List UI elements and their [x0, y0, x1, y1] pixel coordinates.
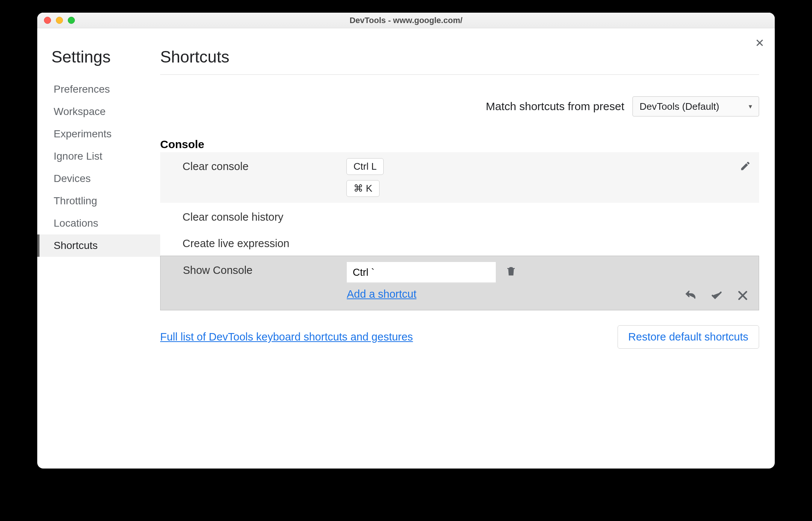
chevron-down-icon: ▾: [749, 102, 752, 111]
page-title: Shortcuts: [160, 48, 759, 75]
close-icon[interactable]: ✕: [755, 36, 764, 49]
sidebar-heading: Settings: [37, 48, 160, 78]
edit-actions: [684, 289, 749, 303]
pencil-icon[interactable]: [740, 158, 751, 173]
sidebar-item-locations[interactable]: Locations: [37, 212, 160, 234]
sidebar-item-throttling[interactable]: Throttling: [37, 190, 160, 212]
settings-sidebar: Settings Preferences Workspace Experimen…: [37, 28, 160, 469]
sidebar-item-preferences[interactable]: Preferences: [37, 78, 160, 100]
shortcut-keys: Ctrl L ⌘ K: [346, 158, 384, 197]
footer: Full list of DevTools keyboard shortcuts…: [160, 310, 759, 349]
shortcut-row-clear-history: Clear console history: [160, 203, 759, 229]
checkmark-icon[interactable]: [710, 289, 723, 303]
settings-body: ✕ Settings Preferences Workspace Experim…: [37, 28, 775, 469]
restore-defaults-button[interactable]: Restore default shortcuts: [618, 325, 759, 349]
shortcut-label: Show Console: [183, 262, 347, 277]
key-badge: ⌘ K: [346, 180, 380, 197]
preset-label: Match shortcuts from preset: [486, 100, 624, 113]
shortcut-input[interactable]: [347, 262, 496, 283]
key-badge: Ctrl L: [346, 158, 384, 175]
shortcut-label: Clear console: [183, 158, 346, 173]
sidebar-item-workspace[interactable]: Workspace: [37, 100, 160, 123]
shortcut-row-clear-console: Clear console Ctrl L ⌘ K: [160, 152, 759, 203]
shortcut-row-create-live-expression: Create live expression: [160, 229, 759, 256]
titlebar: DevTools - www.google.com/: [37, 13, 775, 28]
shortcut-row-show-console: Show Console Add a shortcut: [160, 256, 759, 310]
undo-icon[interactable]: [684, 289, 697, 303]
settings-main: Shortcuts Match shortcuts from preset De…: [160, 28, 775, 469]
window-title: DevTools - www.google.com/: [37, 16, 775, 25]
sidebar-item-shortcuts[interactable]: Shortcuts: [37, 234, 160, 257]
sidebar-item-experiments[interactable]: Experiments: [37, 123, 160, 145]
trash-icon[interactable]: [505, 262, 517, 279]
cancel-icon[interactable]: [736, 289, 749, 303]
preset-row: Match shortcuts from preset DevTools (De…: [160, 96, 759, 116]
section-title-console: Console: [160, 138, 759, 151]
sidebar-item-devices[interactable]: Devices: [37, 167, 160, 190]
sidebar-item-ignore-list[interactable]: Ignore List: [37, 145, 160, 167]
shortcut-edit-area: Add a shortcut: [347, 262, 517, 300]
shortcut-label: Clear console history: [183, 209, 346, 223]
preset-select[interactable]: DevTools (Default) ▾: [632, 96, 759, 116]
preset-select-value: DevTools (Default): [640, 101, 719, 112]
devtools-window: DevTools - www.google.com/ ✕ Settings Pr…: [37, 13, 775, 469]
shortcut-label: Create live expression: [183, 235, 346, 250]
add-shortcut-link[interactable]: Add a shortcut: [347, 288, 416, 300]
full-list-link[interactable]: Full list of DevTools keyboard shortcuts…: [160, 331, 413, 343]
